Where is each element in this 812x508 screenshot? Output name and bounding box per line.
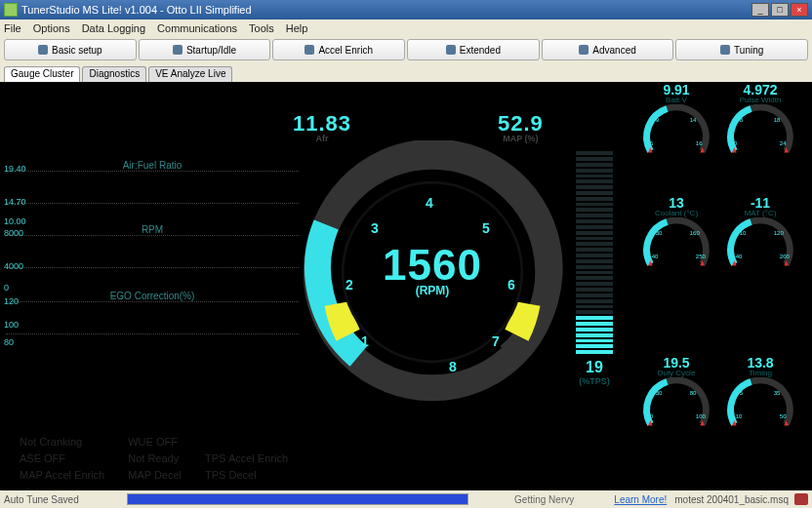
svg-text:6: 6: [650, 139, 654, 146]
svg-text:250: 250: [696, 253, 707, 259]
tps-label: (%TPS): [576, 376, 613, 386]
svg-text:16: 16: [696, 139, 703, 146]
svg-text:-40: -40: [734, 253, 743, 259]
small-gauge-mat-c-: -11MAT (°C)-4010120200: [722, 195, 798, 278]
maximize-button[interactable]: □: [771, 3, 789, 17]
btn-startup-idle[interactable]: Startup/Idle: [139, 39, 271, 60]
btn-extended[interactable]: Extended: [407, 39, 540, 60]
close-button[interactable]: ×: [791, 3, 808, 17]
small-gauge-timing: 13.8Timing-1053550: [722, 355, 798, 438]
tps-bar: 19 (%TPS): [576, 150, 613, 433]
tab-diagnostics[interactable]: Diagnostics: [82, 66, 146, 82]
tab-bar: Gauge Cluster Diagnostics VE Analyze Liv…: [0, 64, 812, 82]
svg-text:10: 10: [740, 229, 747, 236]
dashboard: 11.83 Afr 52.9 MAP (%) Air:Fuel Ratio 19…: [0, 82, 812, 490]
status-learn-more[interactable]: Learn More!: [614, 494, 667, 505]
status-indicator-icon: [794, 493, 808, 505]
strip-afr: Air:Fuel Ratio 19.40 14.70: [6, 160, 299, 204]
startup-idle-icon: [173, 45, 183, 55]
extended-icon: [446, 45, 456, 55]
small-gauge-duty-cycle: 19.5Duty Cycle03080100: [638, 355, 714, 438]
minimize-button[interactable]: _: [751, 3, 769, 17]
small-gauge-pulse-width: 4.972Pulse Width081824: [722, 82, 798, 165]
status-indicators: Not CrankingWUE OFF ASE OFFNot ReadyTPS …: [18, 433, 311, 485]
strip-ego: EGO Correction(%) 0 120 100 80: [6, 291, 299, 334]
window-title: TunerStudio MS Lite! v1.004 - Otto LII S…: [21, 4, 750, 16]
svg-text:-40: -40: [650, 253, 659, 259]
menu-datalogging[interactable]: Data Logging: [82, 22, 145, 34]
tuning-icon: [720, 45, 730, 55]
toolbar: Basic setup Startup/Idle Accel Enrich Ex…: [0, 37, 812, 64]
small-gauge-coolant-c-: 13Coolant (°C)-4030160250: [638, 195, 714, 278]
svg-text:0: 0: [650, 412, 654, 419]
app-icon: [4, 3, 18, 17]
advanced-icon: [579, 45, 589, 55]
svg-text:18: 18: [774, 116, 781, 123]
menu-bar: File Options Data Logging Communications…: [0, 20, 812, 37]
status-center: Getting Nervy: [474, 494, 614, 505]
window-titlebar: TunerStudio MS Lite! v1.004 - Otto LII S…: [0, 0, 812, 20]
svg-text:100: 100: [696, 412, 707, 419]
rpm-gauge: 1560 (RPM) 1 2 3 4 5 6 7 8: [301, 140, 564, 404]
status-progress: [127, 493, 468, 505]
tps-value: 19: [576, 359, 613, 376]
status-file: motest 200401_basic.msq: [674, 494, 789, 505]
strip-rpm: RPM 10.00 8000 4000: [6, 224, 299, 268]
svg-text:30: 30: [656, 389, 663, 396]
svg-text:-10: -10: [734, 412, 743, 419]
accel-enrich-icon: [304, 45, 314, 55]
status-bar: Auto Tune Saved Getting Nervy Learn More…: [0, 490, 812, 508]
menu-file[interactable]: File: [4, 22, 21, 34]
svg-text:0: 0: [734, 139, 738, 146]
btn-accel-enrich[interactable]: Accel Enrich: [272, 39, 405, 60]
tab-gauge-cluster[interactable]: Gauge Cluster: [4, 66, 80, 82]
svg-text:200: 200: [780, 253, 791, 259]
btn-basic-setup[interactable]: Basic setup: [4, 39, 137, 60]
menu-tools[interactable]: Tools: [249, 22, 274, 34]
status-message: Auto Tune Saved: [4, 494, 121, 505]
svg-text:30: 30: [656, 229, 663, 236]
btn-advanced[interactable]: Advanced: [542, 39, 674, 60]
map-readout: 52.9 MAP (%): [498, 111, 544, 143]
svg-text:50: 50: [780, 412, 787, 419]
small-gauge-batt-v: 9.91Batt V691416: [638, 82, 714, 165]
svg-text:35: 35: [774, 389, 781, 396]
svg-text:24: 24: [780, 139, 787, 146]
svg-text:120: 120: [774, 229, 785, 236]
tab-ve-analyze[interactable]: VE Analyze Live: [148, 66, 232, 82]
svg-text:80: 80: [690, 389, 697, 396]
btn-tuning[interactable]: Tuning: [675, 39, 808, 60]
afr-readout: 11.83 Afr: [293, 111, 351, 143]
menu-options[interactable]: Options: [33, 22, 70, 34]
basic-setup-icon: [38, 45, 48, 55]
rpm-value: 1560: [383, 241, 482, 290]
svg-text:160: 160: [690, 229, 701, 236]
menu-help[interactable]: Help: [286, 22, 308, 34]
menu-communications[interactable]: Communications: [157, 22, 237, 34]
svg-text:14: 14: [690, 116, 697, 123]
